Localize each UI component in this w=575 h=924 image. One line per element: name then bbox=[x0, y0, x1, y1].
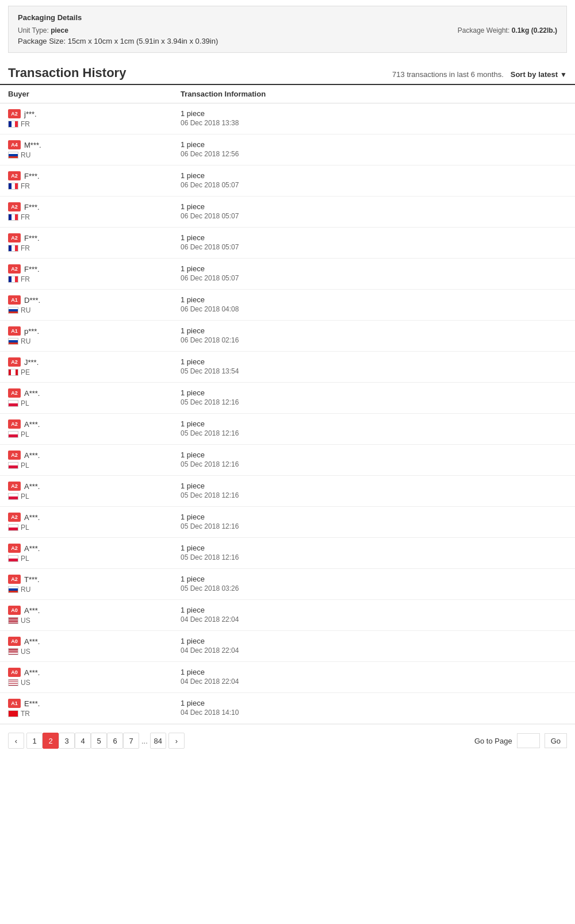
buyer-badge: A2 bbox=[8, 264, 21, 274]
table-row: A2 J***. PE 1 piece 05 Dec 2018 13:54 bbox=[0, 352, 575, 383]
transaction-cell: 1 piece 05 Dec 2018 12:16 bbox=[181, 482, 567, 499]
buyer-country: FR bbox=[8, 244, 181, 252]
buyer-name: A***. bbox=[24, 606, 40, 615]
sort-button[interactable]: Sort by latest ▼ bbox=[511, 70, 567, 79]
table-row: A2 A***. PL 1 piece 05 Dec 2018 12:16 bbox=[0, 383, 575, 414]
buyer-cell: A2 J***. PE bbox=[8, 357, 181, 376]
buyer-country: US bbox=[8, 617, 181, 625]
buyer-cell: A2 A***. PL bbox=[8, 419, 181, 438]
transaction-cell: 1 piece 05 Dec 2018 03:26 bbox=[181, 575, 567, 592]
country-flag-icon bbox=[8, 710, 18, 717]
buyer-country: PL bbox=[8, 523, 181, 532]
goto-input[interactable] bbox=[517, 733, 540, 748]
buyer-cell: A2 F***. FR bbox=[8, 171, 181, 190]
transaction-cell: 1 piece 04 Dec 2018 22:04 bbox=[181, 637, 567, 654]
country-code: PE bbox=[21, 368, 30, 376]
page-button-1[interactable]: 1 bbox=[26, 733, 43, 749]
buyer-country: RU bbox=[8, 586, 181, 594]
transaction-date: 05 Dec 2018 12:16 bbox=[181, 398, 567, 406]
transaction-cell: 1 piece 06 Dec 2018 13:38 bbox=[181, 109, 567, 127]
transaction-date: 05 Dec 2018 12:16 bbox=[181, 522, 567, 530]
package-weight-value: 0.1kg (0.22lb.) bbox=[512, 26, 557, 34]
country-flag-icon bbox=[8, 369, 18, 376]
table-row: A0 A***. US 1 piece 04 Dec 2018 22:04 bbox=[0, 662, 575, 693]
page-button-6[interactable]: 6 bbox=[107, 733, 123, 749]
buyer-country: TR bbox=[8, 710, 181, 718]
transaction-table: Buyer Transaction Information A2 j***. F… bbox=[0, 85, 575, 724]
buyer-country: PL bbox=[8, 399, 181, 407]
transaction-date: 04 Dec 2018 22:04 bbox=[181, 615, 567, 623]
buyer-badge: A0 bbox=[8, 606, 21, 615]
buyer-badge: A2 bbox=[8, 575, 21, 584]
buyer-country: PL bbox=[8, 430, 181, 438]
buyer-country: RU bbox=[8, 151, 181, 159]
country-code: RU bbox=[21, 151, 30, 159]
buyer-cell: A2 T***. RU bbox=[8, 575, 181, 594]
prev-page-button[interactable]: ‹ bbox=[8, 733, 24, 749]
buyer-cell: A2 j***. FR bbox=[8, 109, 181, 128]
page-button-5[interactable]: 5 bbox=[91, 733, 107, 749]
buyer-name: J***. bbox=[24, 358, 39, 367]
transaction-count: 713 transactions in last 6 months. bbox=[392, 70, 504, 79]
unit-type-label: Unit Type: bbox=[18, 26, 49, 34]
buyer-name: A***. bbox=[24, 668, 40, 677]
country-flag-icon bbox=[8, 338, 18, 345]
page-button-84[interactable]: 84 bbox=[150, 733, 166, 749]
buyer-country: PL bbox=[8, 461, 181, 469]
next-page-button[interactable]: › bbox=[168, 733, 185, 749]
country-code: FR bbox=[21, 213, 30, 221]
country-code: US bbox=[21, 617, 30, 625]
goto-button[interactable]: Go bbox=[545, 733, 567, 748]
page-button-3[interactable]: 3 bbox=[59, 733, 75, 749]
packaging-size-row: Package Size: 15cm x 10cm x 1cm (5.91in … bbox=[18, 37, 557, 45]
transaction-cell: 1 piece 05 Dec 2018 12:16 bbox=[181, 419, 567, 437]
buyer-name: F***. bbox=[24, 234, 40, 242]
country-code: PL bbox=[21, 555, 29, 563]
transaction-date: 06 Dec 2018 02:16 bbox=[181, 336, 567, 344]
buyer-badge: A2 bbox=[8, 482, 21, 491]
transaction-cell: 1 piece 06 Dec 2018 04:08 bbox=[181, 295, 567, 313]
country-flag-icon bbox=[8, 555, 18, 562]
country-flag-icon bbox=[8, 152, 18, 159]
buyer-name: A***. bbox=[24, 513, 40, 522]
buyer-country: US bbox=[8, 679, 181, 687]
buyer-top: A2 F***. bbox=[8, 233, 181, 242]
table-row: A1 p***. RU 1 piece 06 Dec 2018 02:16 bbox=[0, 321, 575, 352]
buyer-badge: A2 bbox=[8, 171, 21, 180]
transaction-meta: 713 transactions in last 6 months. Sort … bbox=[392, 70, 567, 79]
buyer-cell: A0 A***. US bbox=[8, 668, 181, 687]
transaction-header: Transaction History 713 transactions in … bbox=[0, 59, 575, 85]
buyer-name: j***. bbox=[24, 110, 37, 118]
table-row: A1 D***. RU 1 piece 06 Dec 2018 04:08 bbox=[0, 290, 575, 321]
page-button-2[interactable]: 2 bbox=[43, 733, 59, 749]
country-flag-icon bbox=[8, 276, 18, 283]
buyer-country: RU bbox=[8, 337, 181, 345]
buyer-name: F***. bbox=[24, 172, 40, 180]
table-row: A2 A***. PL 1 piece 05 Dec 2018 12:16 bbox=[0, 476, 575, 507]
transaction-quantity: 1 piece bbox=[181, 482, 567, 490]
transaction-quantity: 1 piece bbox=[181, 419, 567, 428]
country-code: RU bbox=[21, 586, 30, 594]
transaction-date: 06 Dec 2018 13:38 bbox=[181, 119, 567, 127]
buyer-badge: A2 bbox=[8, 419, 21, 429]
buyer-badge: A2 bbox=[8, 109, 21, 118]
package-size-value: 15cm x 10cm x 1cm (5.91in x 3.94in x 0.3… bbox=[68, 37, 218, 45]
table-row: A0 A***. US 1 piece 04 Dec 2018 22:04 bbox=[0, 631, 575, 662]
table-row: A4 M***. RU 1 piece 06 Dec 2018 12:56 bbox=[0, 134, 575, 165]
buyer-badge: A1 bbox=[8, 699, 21, 708]
buyer-name: F***. bbox=[24, 203, 40, 211]
buyer-top: A1 p***. bbox=[8, 326, 181, 336]
page-button-7[interactable]: 7 bbox=[123, 733, 139, 749]
buyer-country: PE bbox=[8, 368, 181, 376]
transaction-cell: 1 piece 05 Dec 2018 12:16 bbox=[181, 451, 567, 468]
country-flag-icon bbox=[8, 214, 18, 221]
transaction-quantity: 1 piece bbox=[181, 264, 567, 273]
transaction-cell: 1 piece 06 Dec 2018 05:07 bbox=[181, 233, 567, 251]
col-header-buyer: Buyer bbox=[8, 90, 181, 98]
buyer-badge: A0 bbox=[8, 668, 21, 677]
country-flag-icon bbox=[8, 462, 18, 469]
buyer-top: A2 A***. bbox=[8, 388, 181, 398]
page-button-4[interactable]: 4 bbox=[75, 733, 91, 749]
buyer-cell: A2 A***. PL bbox=[8, 544, 181, 563]
page-buttons: 1234567...84 bbox=[26, 733, 166, 749]
